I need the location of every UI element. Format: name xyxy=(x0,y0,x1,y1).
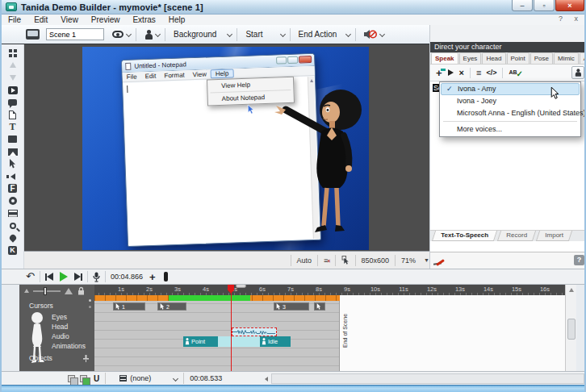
tab-actions[interactable]: Actions xyxy=(580,52,586,64)
spellcheck-icon[interactable]: AB✓ xyxy=(509,67,524,76)
effect-tool-icon[interactable]: F xyxy=(4,182,22,194)
minimize-button[interactable]: – xyxy=(512,0,533,11)
selection-span-bar[interactable] xyxy=(169,295,250,301)
tab-point[interactable]: Point xyxy=(507,52,529,64)
menu-help[interactable]: Help xyxy=(162,15,192,25)
preview-mode-label[interactable]: Auto xyxy=(297,256,312,265)
chevron-down-icon[interactable] xyxy=(227,31,232,37)
move-down-icon[interactable] xyxy=(4,72,22,84)
paste-frame-icon[interactable] xyxy=(80,375,87,382)
chevron-down-icon[interactable] xyxy=(279,31,285,37)
animation-transition[interactable] xyxy=(218,336,260,347)
visibility-eye-icon[interactable] xyxy=(112,31,123,38)
character-thumbnail[interactable] xyxy=(24,311,50,366)
menu-preview[interactable]: Preview xyxy=(85,15,127,25)
help-button[interactable]: ? xyxy=(574,255,584,265)
cursor-clip-1[interactable]: 1 xyxy=(113,302,145,311)
track-visibility-dot[interactable] xyxy=(89,299,91,302)
scene-name-input[interactable] xyxy=(46,28,104,40)
chevron-down-icon[interactable] xyxy=(126,31,132,37)
animation-clip-idle[interactable]: Idle xyxy=(260,336,291,347)
notepad-menu-file[interactable]: File xyxy=(123,73,141,81)
notepad-close-button[interactable] xyxy=(299,56,312,64)
tab-speak[interactable]: Speak xyxy=(431,52,458,64)
text-tool-icon[interactable]: T xyxy=(4,121,22,133)
go-to-start-button[interactable] xyxy=(45,273,53,281)
playhead-handle[interactable] xyxy=(236,285,246,288)
play-speech-icon[interactable] xyxy=(448,69,454,76)
cursor-clip-3[interactable]: 3 xyxy=(274,302,309,311)
menu-file[interactable]: File xyxy=(2,15,27,25)
recorded-desktop-preview[interactable]: Untitled - Notepad File Edit Format View… xyxy=(82,47,369,250)
zoom-tool-icon[interactable] xyxy=(4,219,22,231)
title-bar[interactable]: Tanida Demo Builder - mymovie* [scene 1]… xyxy=(2,0,586,15)
chevron-down-icon[interactable] xyxy=(155,31,161,37)
undo-icon[interactable]: ↶ xyxy=(26,273,35,281)
undo-letter-icon[interactable]: U xyxy=(94,374,99,383)
start-button[interactable]: Start xyxy=(245,30,262,39)
storyboard-list-icon[interactable]: ≡× xyxy=(324,256,329,265)
menu-extras[interactable]: Extras xyxy=(126,15,161,25)
animation-wheel-icon[interactable] xyxy=(4,195,22,207)
zoom-in-icon[interactable] xyxy=(65,288,73,294)
zoom-out-icon[interactable] xyxy=(24,289,29,293)
sound-tool-icon[interactable] xyxy=(4,170,22,182)
track-label-animations[interactable]: Animations xyxy=(52,342,86,350)
background-button[interactable]: Background xyxy=(174,30,216,39)
track-visibility-dot[interactable] xyxy=(89,306,91,308)
notepad-minimize-button[interactable] xyxy=(276,56,287,64)
cursor-clip-4[interactable] xyxy=(314,302,325,311)
scrollbar-thumb[interactable] xyxy=(567,319,576,340)
go-to-end-button[interactable] xyxy=(74,273,82,281)
tab-head[interactable]: Head xyxy=(482,52,505,64)
timeline-ruler[interactable]: 1s 2s 3s 4s 5s 6s 7s 8s 9s 10s 11s 12s 1… xyxy=(94,285,576,295)
chevron-down-icon[interactable] xyxy=(379,31,385,37)
track-label-cursors[interactable]: Cursors xyxy=(29,302,53,310)
menu-edit[interactable]: Edit xyxy=(27,15,54,25)
add-speech-icon[interactable]: + xyxy=(436,67,442,79)
menu-view[interactable]: View xyxy=(54,15,85,25)
track-label-head[interactable]: Head xyxy=(52,323,68,331)
code-tags-icon[interactable]: </> xyxy=(486,69,496,77)
zoom-slider-handle[interactable] xyxy=(44,287,47,295)
presenter-character[interactable] xyxy=(266,85,369,247)
zoom-level-value[interactable]: 71% xyxy=(401,256,416,265)
track-label-eyes[interactable]: Eyes xyxy=(52,313,67,321)
color-drop-icon[interactable] xyxy=(4,231,22,244)
marker-handle[interactable] xyxy=(164,272,168,281)
shape-tool-icon[interactable] xyxy=(4,133,22,145)
microphone-icon[interactable] xyxy=(93,272,100,282)
tab-mimic[interactable]: Mimic xyxy=(554,52,579,64)
timeline-tracks[interactable]: 1s 2s 3s 4s 5s 6s 7s 8s 9s 10s 11s 12s 1… xyxy=(94,285,576,371)
tab-import[interactable]: Import xyxy=(536,231,572,241)
keyboard-tool-icon[interactable]: K xyxy=(4,244,22,256)
voice-option-anna[interactable]: Microsoft Anna - English (United States) xyxy=(441,107,580,119)
cursor-tool-icon[interactable] xyxy=(4,158,22,170)
note-tool-icon[interactable] xyxy=(4,108,22,120)
tab-record[interactable]: Record xyxy=(497,231,536,241)
play-button[interactable] xyxy=(60,272,68,281)
notepad-maximize-button[interactable] xyxy=(287,56,298,64)
pin-icon[interactable] xyxy=(82,355,90,362)
list-icon[interactable]: ≡ xyxy=(476,68,480,77)
audio-clip-selected[interactable] xyxy=(232,327,277,336)
notepad-menu-help[interactable]: Help xyxy=(211,69,234,78)
move-up-icon[interactable] xyxy=(4,59,22,71)
panel-help-close-icons[interactable]: ? x xyxy=(559,15,583,23)
video-tool-icon[interactable] xyxy=(4,207,22,219)
voice-agent-button[interactable] xyxy=(571,66,584,79)
delete-speech-icon[interactable]: × xyxy=(459,68,464,77)
end-action-button[interactable]: End Action xyxy=(299,30,337,39)
playhead-line[interactable] xyxy=(231,285,232,371)
copy-frame-icon[interactable] xyxy=(68,375,75,382)
notepad-menu-view[interactable]: View xyxy=(189,70,211,78)
tab-text-to-speech[interactable]: Text-To-Speech xyxy=(432,231,497,241)
edit-pen-icon[interactable] xyxy=(433,256,445,265)
animation-clip-point[interactable]: Point xyxy=(183,336,218,347)
zoom-dropdown-icon[interactable]: ▼ xyxy=(424,257,429,263)
track-label-audio[interactable]: Audio xyxy=(52,332,69,340)
cursor-clip-2[interactable]: 2 xyxy=(157,302,186,311)
balloon-tool-icon[interactable] xyxy=(4,96,22,108)
zoom-slider[interactable] xyxy=(33,290,61,292)
add-marker-button[interactable]: + xyxy=(149,271,156,283)
